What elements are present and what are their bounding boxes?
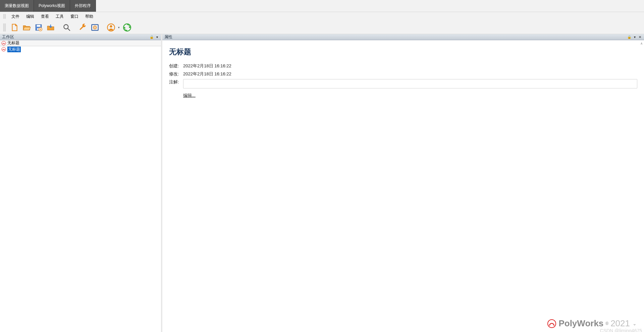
tab-label: 测量数据视图: [5, 3, 29, 9]
brand-reg: ®: [605, 321, 608, 326]
save-button[interactable]: [33, 22, 44, 33]
tab-external-programs[interactable]: 外部程序: [70, 0, 96, 12]
wrench-icon: [78, 23, 87, 32]
reload-icon: [123, 23, 131, 32]
user-dropdown[interactable]: ▾: [117, 26, 121, 29]
tools-button[interactable]: [77, 22, 89, 33]
menu-tools[interactable]: 工具: [52, 14, 67, 19]
brand-badge: PolyWorks® 2021 ⌄: [547, 318, 637, 329]
open-folder-icon: [22, 23, 31, 32]
search-icon: [62, 23, 71, 32]
properties-panel: 属性 🔒 ▾ ✕ ∧ 无标题 创建: 2022年2月18日 16:16:22 修…: [162, 34, 644, 332]
toolbar: ▾: [0, 21, 644, 34]
tab-polyworks-view[interactable]: Polyworks视图: [34, 0, 70, 12]
new-file-icon: [10, 23, 19, 32]
pin-icon[interactable]: 🔒: [150, 35, 154, 39]
tab-measurement-view[interactable]: 测量数据视图: [0, 0, 34, 12]
svg-point-8: [95, 27, 96, 28]
menu-help[interactable]: 帮助: [82, 14, 97, 19]
settings-icon: [91, 23, 99, 32]
workspace-panel: 工作区 🔒 ▾ 无标题 无标题: [0, 34, 162, 332]
created-label: 创建:: [169, 63, 183, 69]
modified-label: 修改:: [169, 71, 183, 77]
brand-year: 2021: [610, 318, 630, 329]
project-icon: [1, 41, 6, 46]
search-button[interactable]: [61, 22, 72, 33]
chevron-down-icon[interactable]: ⌄: [633, 321, 637, 326]
svg-rect-1: [37, 25, 41, 26]
tree-root[interactable]: 无标题: [0, 40, 161, 46]
modified-value: 2022年2月18日 16:16:22: [183, 71, 637, 77]
tree-item[interactable]: 无标题: [0, 46, 161, 52]
save-icon: [34, 23, 43, 32]
settings-button[interactable]: [89, 22, 101, 33]
chevron-down-icon[interactable]: ▾: [633, 35, 637, 39]
menu-file[interactable]: 文件: [8, 14, 23, 19]
properties-heading: 无标题: [169, 47, 637, 57]
refresh-button[interactable]: [121, 22, 133, 33]
gripper-icon: [3, 14, 6, 19]
project-icon: [1, 47, 6, 52]
workspace-title: 工作区: [2, 34, 148, 40]
svg-point-10: [110, 25, 112, 27]
created-value: 2022年2月18日 16:16:22: [183, 63, 637, 69]
properties-title: 属性: [164, 34, 626, 40]
open-button[interactable]: [21, 22, 32, 33]
polyworks-logo-icon: [547, 319, 556, 328]
svg-line-5: [68, 28, 70, 31]
notes-input[interactable]: [183, 79, 637, 88]
close-icon[interactable]: ✕: [638, 35, 642, 39]
workspace-header: 工作区 🔒 ▾: [0, 34, 161, 40]
properties-body: ∧ 无标题 创建: 2022年2月18日 16:16:22 修改: 2022年2…: [162, 40, 644, 332]
mode-tabstrip: 测量数据视图 Polyworks视图 外部程序: [0, 0, 644, 12]
brand-name: PolyWorks: [558, 318, 603, 329]
svg-point-4: [64, 24, 68, 29]
pin-icon[interactable]: 🔒: [627, 35, 631, 39]
edit-notes-link[interactable]: 编辑...: [183, 92, 196, 98]
tree-root-label: 无标题: [7, 40, 19, 46]
gripper-icon: [3, 23, 6, 31]
main-split: 工作区 🔒 ▾ 无标题 无标题 属性 🔒 ▾ ✕: [0, 34, 644, 332]
import-button[interactable]: [45, 22, 56, 33]
menu-edit[interactable]: 编辑: [23, 14, 38, 19]
menu-window[interactable]: 窗口: [67, 14, 82, 19]
menu-view[interactable]: 查看: [38, 14, 52, 19]
workspace-tree: 无标题 无标题: [0, 40, 161, 332]
chevron-down-icon[interactable]: ▾: [155, 35, 159, 39]
menubar: 文件 编辑 查看 工具 窗口 帮助: [0, 12, 644, 21]
tab-label: Polyworks视图: [39, 3, 65, 9]
user-icon: [107, 23, 115, 32]
user-button[interactable]: [105, 22, 117, 33]
tab-label: 外部程序: [75, 3, 91, 9]
scroll-up-icon[interactable]: ∧: [640, 42, 643, 45]
properties-header: 属性 🔒 ▾ ✕: [162, 34, 644, 40]
tree-item-label: 无标题: [7, 47, 21, 52]
import-icon: [46, 23, 55, 32]
notes-label: 注解:: [169, 79, 183, 85]
new-file-button[interactable]: [9, 22, 20, 33]
